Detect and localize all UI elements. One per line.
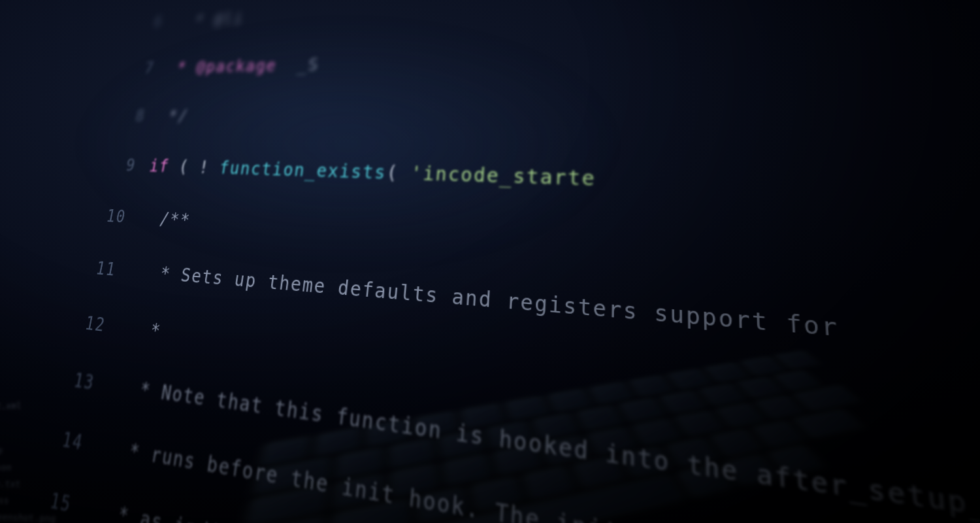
- sidebar-file: php: [0, 443, 106, 460]
- sidebar-file: dme.txt: [0, 476, 104, 494]
- code-token-comment: /**: [158, 209, 192, 231]
- sidebar-file: .json: [0, 460, 105, 477]
- laptop-screen: 6 * @li 7 * @package _S 8 */ 9if ( ! fun…: [0, 0, 980, 523]
- photo-laptop-code-editor: 6 * @li 7 * @package _S 8 */ 9if ( ! fun…: [0, 0, 980, 523]
- line-number: 6: [133, 10, 165, 34]
- line-number: 13: [61, 364, 97, 397]
- line-number: 11: [84, 254, 118, 284]
- code-token-comment: */: [157, 107, 189, 126]
- line-number: 12: [73, 309, 108, 340]
- code-token-function: function_exists: [218, 158, 387, 183]
- line-number: 10: [94, 202, 129, 229]
- code-token-comment: *: [139, 318, 163, 343]
- line-number: 9: [105, 152, 139, 178]
- sidebar-file: p: [0, 427, 106, 443]
- code-token-string: 'incode_starte: [410, 162, 596, 190]
- file-explorer-sidebar: st.xml p php .json dme.txt t.css screens…: [0, 396, 108, 523]
- sidebar-file: st.xml: [0, 397, 108, 414]
- code-token-keyword: * @package: [167, 56, 278, 76]
- sidebar-file: t.css: [0, 492, 103, 512]
- code-editor-content: 6 * @li 7 * @package _S 8 */ 9if ( ! fun…: [0, 0, 980, 523]
- line-number: 8: [114, 104, 148, 128]
- line-number: 7: [123, 56, 156, 80]
